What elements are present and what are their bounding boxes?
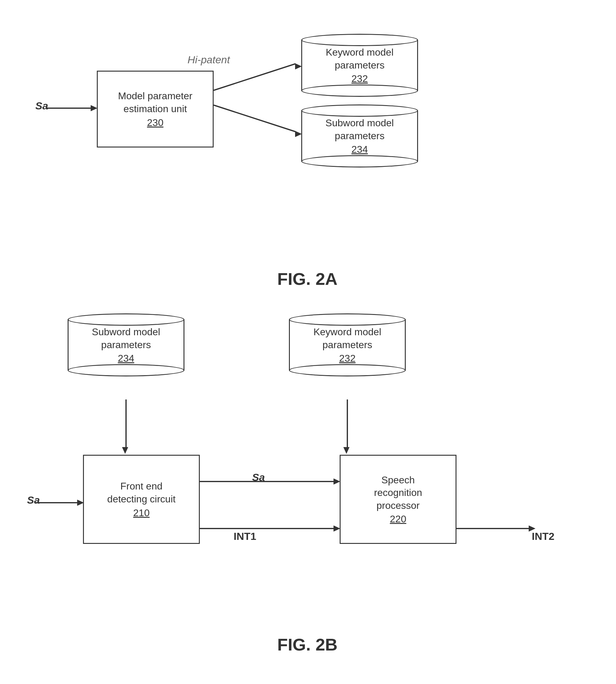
sa-arrow-shaft-2a xyxy=(46,108,92,109)
page: Sa Model parameterestimation unit 230 Hi… xyxy=(0,0,616,684)
fig2b-caption: FIG. 2B xyxy=(18,635,596,655)
fig2a-section: Sa Model parameterestimation unit 230 Hi… xyxy=(18,19,596,295)
arrow-to-subword-h xyxy=(213,105,296,132)
arrow-int1-head xyxy=(333,525,340,531)
cyl-top-keyword-2a xyxy=(301,34,418,46)
keyword-model-cylinder-2a: Keyword modelparameters 232 xyxy=(301,34,418,97)
speech-recognition-label: Speechrecognitionprocessor xyxy=(374,474,422,512)
arrow-to-keyword-h xyxy=(213,63,296,91)
subword-model-num-2b: 234 xyxy=(118,353,134,364)
keyword-model-label-2a: Keyword modelparameters xyxy=(326,46,394,72)
speech-recognition-num: 220 xyxy=(390,514,406,525)
cyl-bottom-keyword-2a xyxy=(301,85,418,97)
cyl-bottom-subword-2a xyxy=(301,155,418,167)
arrow-keyword-to-speech-head xyxy=(343,447,350,454)
arrow-keyword-to-speech-shaft xyxy=(347,400,348,449)
subword-model-num-2a: 234 xyxy=(351,144,368,155)
fig2a-caption: FIG. 2A xyxy=(18,269,596,289)
cyl-top-subword-2b xyxy=(68,314,184,326)
keyword-model-num-2b: 232 xyxy=(339,353,355,364)
keyword-model-num-2a: 232 xyxy=(351,73,368,85)
fig2b-section: Subword modelparameters 234 Keyword mode… xyxy=(18,307,596,661)
model-param-estimation-box: Model parameterestimation unit 230 xyxy=(97,71,214,147)
watermark-2a: Hi-patent xyxy=(188,54,230,66)
cyl-mid-keyword-2b: Keyword modelparameters 232 xyxy=(289,320,406,370)
subword-model-label-2b: Subword modelparameters xyxy=(92,326,160,351)
sa-input-shaft-2b xyxy=(35,502,79,503)
arrow-subword-to-frontend-shaft xyxy=(126,400,127,449)
model-param-label: Model parameterestimation unit xyxy=(118,90,193,115)
front-end-num: 210 xyxy=(133,507,149,519)
arrow-to-subword-head xyxy=(295,131,302,137)
arrow-subword-to-frontend-head xyxy=(122,447,128,454)
cyl-mid-keyword-2a: Keyword modelparameters 232 xyxy=(301,40,418,91)
cyl-bottom-subword-2b xyxy=(68,364,184,377)
arrow-sa-head xyxy=(333,478,340,484)
speech-recognition-box: Speechrecognitionprocessor 220 xyxy=(340,455,457,544)
sa-middle-label: Sa xyxy=(252,471,265,483)
subword-model-cylinder-2b: Subword modelparameters 234 xyxy=(68,314,184,377)
int1-label: INT1 xyxy=(234,530,256,542)
subword-model-label-2a: Subword modelparameters xyxy=(326,117,394,142)
int2-label: INT2 xyxy=(532,530,554,542)
cyl-top-keyword-2b xyxy=(289,314,406,326)
cyl-mid-subword-2a: Subword modelparameters 234 xyxy=(301,111,418,161)
arrow-to-keyword-head xyxy=(295,63,302,69)
keyword-model-label-2b: Keyword modelparameters xyxy=(313,326,381,351)
keyword-model-cylinder-2b: Keyword modelparameters 232 xyxy=(289,314,406,377)
cyl-mid-subword-2b: Subword modelparameters 234 xyxy=(68,320,184,370)
arrow-sa-shaft xyxy=(200,481,335,482)
front-end-box: Front enddetecting circuit 210 xyxy=(83,455,200,544)
arrow-int2-shaft xyxy=(457,528,530,529)
cyl-top-subword-2a xyxy=(301,105,418,117)
cyl-bottom-keyword-2b xyxy=(289,364,406,377)
sa-label-2a: Sa xyxy=(35,100,48,112)
sa-input-label-2b: Sa xyxy=(27,494,40,506)
sa-arrow-head-2a xyxy=(91,105,97,111)
arrow-int1-shaft xyxy=(200,528,335,529)
model-param-num: 230 xyxy=(147,117,163,129)
front-end-label: Front enddetecting circuit xyxy=(107,480,176,505)
subword-model-cylinder-2a: Subword modelparameters 234 xyxy=(301,105,418,167)
